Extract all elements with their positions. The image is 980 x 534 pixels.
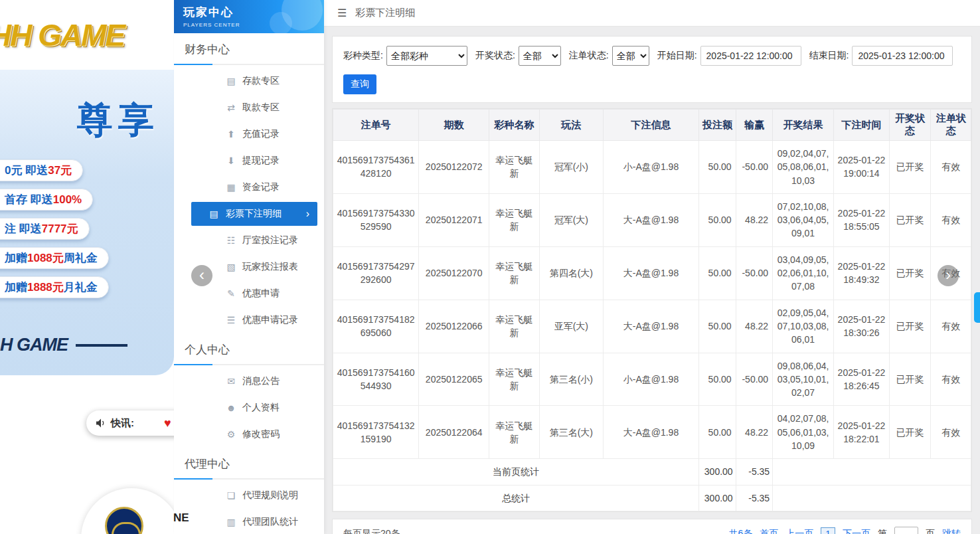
pill-prefix: 加赠 bbox=[5, 281, 27, 294]
sidebar-item-recharge-record[interactable]: ⬆充值记录 bbox=[174, 121, 324, 147]
cell-order-id: 401569173754361428120 bbox=[333, 141, 419, 194]
news-ticker[interactable]: 快讯: ♥ bbox=[86, 410, 174, 436]
carousel-next-button[interactable]: › bbox=[938, 265, 959, 286]
sidebar-item-label: 个人资料 bbox=[242, 402, 280, 414]
table-header: 注单号期数彩种名称玩法下注信息投注额输赢开奖结果下注时间开奖状态注单状态 bbox=[333, 110, 971, 141]
summary-filler bbox=[773, 485, 971, 511]
sidebar-item-label: 资金记录 bbox=[242, 181, 280, 193]
bet-details-icon: ▤ bbox=[207, 209, 220, 219]
start-date-label: 开始日期: bbox=[657, 50, 697, 62]
cell-order-status: 有效 bbox=[931, 141, 971, 194]
brand-line-dash bbox=[76, 344, 127, 347]
table-row: 40156917375413215919020250122064幸运飞艇新第三名… bbox=[333, 406, 971, 459]
table-row: 40156917375436142812020250122072幸运飞艇新冠军(… bbox=[333, 141, 971, 194]
draw-status-select[interactable]: 全部 bbox=[519, 46, 561, 66]
cell-draw-status: 已开奖 bbox=[889, 300, 931, 353]
team-card-label: NE bbox=[173, 511, 189, 525]
sidebar-item-promo-record[interactable]: ☰优惠申请记录 bbox=[174, 307, 324, 333]
cell-order-id: 401569173754330529590 bbox=[333, 193, 419, 246]
summary-label: 当前页统计 bbox=[333, 459, 699, 485]
promo-pills: 0元 即送37元首存 即送100%注 即送7777元加赠1088元周礼金加赠18… bbox=[0, 159, 174, 298]
start-date-input[interactable] bbox=[700, 46, 801, 66]
pill-highlight: 1888元 bbox=[27, 281, 64, 294]
summary-filler bbox=[773, 459, 971, 485]
sidebar-item-withdrawal-record[interactable]: ⬇提现记录 bbox=[174, 147, 324, 174]
lottery-type-select[interactable]: 全部彩种 bbox=[386, 46, 467, 66]
cell-order-id: 401569173754297292600 bbox=[333, 246, 419, 300]
carousel-prev-button[interactable]: ‹ bbox=[191, 265, 212, 286]
sidebar-item-label: 消息公告 bbox=[242, 375, 280, 387]
end-date-input[interactable] bbox=[852, 46, 953, 66]
cell-bet-amount: 50.00 bbox=[699, 300, 736, 353]
table-row: 40156917375429729260020250122070幸运飞艇新第四名… bbox=[333, 246, 971, 300]
jump-suffix-text: 页 bbox=[926, 528, 935, 534]
summary-label: 总统计 bbox=[333, 485, 699, 511]
brand-line-text: H GAME bbox=[0, 335, 68, 355]
cell-order-status: 有效 bbox=[931, 353, 971, 406]
cell-bet-info: 小-A盘@1.98 bbox=[603, 141, 698, 194]
sidebar-item-withdraw[interactable]: ⇄取款专区 bbox=[174, 94, 324, 121]
search-button[interactable]: 查询 bbox=[343, 74, 376, 94]
cell-draw-status: 已开奖 bbox=[889, 246, 931, 300]
cell-win-loss: 48.22 bbox=[736, 406, 773, 459]
sidebar-item-hall-bet-record[interactable]: ☷厅室投注记录 bbox=[174, 227, 324, 254]
cell-lottery-name: 幸运飞艇新 bbox=[489, 353, 540, 406]
order-status-select[interactable]: 全部 bbox=[612, 46, 649, 66]
cell-draw-result: 04,02,07,08,05,06,01,03,10,09 bbox=[773, 406, 834, 459]
cell-lottery-name: 幸运飞艇新 bbox=[489, 193, 540, 246]
team-logo-icon bbox=[105, 507, 143, 534]
deposit-icon: ▤ bbox=[224, 76, 238, 86]
jump-page-input[interactable] bbox=[894, 527, 918, 534]
pill-highlight: 1088元 bbox=[27, 252, 64, 264]
cell-bet-info: 大-A盘@1.98 bbox=[603, 246, 698, 300]
column-header: 输赢 bbox=[736, 110, 773, 141]
sidebar-section-title: 财务中心 bbox=[174, 33, 324, 65]
cell-order-status: 有效 bbox=[931, 300, 971, 353]
side-widget-tab[interactable] bbox=[974, 292, 980, 323]
next-page-link[interactable]: 下一页 bbox=[843, 528, 870, 534]
cell-win-loss: -50.00 bbox=[736, 141, 773, 194]
summary-amount: 300.00 bbox=[699, 485, 736, 511]
sidebar-item-bet-details[interactable]: ▤彩票下注明细› bbox=[191, 202, 317, 226]
cell-draw-status: 已开奖 bbox=[889, 193, 931, 246]
cell-draw-status: 已开奖 bbox=[889, 141, 931, 194]
sidebar-item-password-gear[interactable]: ⚙修改密码 bbox=[174, 421, 324, 448]
sidebar-item-label: 玩家投注报表 bbox=[242, 261, 298, 273]
current-page-button[interactable]: 1 bbox=[821, 527, 835, 534]
prev-page-link[interactable]: 上一页 bbox=[785, 528, 813, 534]
sidebar-item-agent-team[interactable]: ▥代理团队统计 bbox=[174, 509, 324, 534]
cell-bet-amount: 50.00 bbox=[699, 193, 736, 246]
sidebar-item-label: 取款专区 bbox=[242, 102, 280, 114]
cell-lottery-name: 幸运飞艇新 bbox=[489, 246, 540, 300]
cell-bet-amount: 50.00 bbox=[699, 246, 736, 300]
cell-period: 20250122072 bbox=[419, 141, 489, 194]
sidebar-item-label: 优惠申请记录 bbox=[242, 314, 298, 326]
sidebar-item-agent-rules[interactable]: ❏代理规则说明 bbox=[174, 482, 324, 509]
first-page-link[interactable]: 首页 bbox=[760, 528, 778, 534]
sidebar-item-label: 优惠申请 bbox=[242, 288, 280, 300]
summary-winloss: -5.35 bbox=[736, 485, 773, 511]
cell-period: 20250122071 bbox=[419, 193, 489, 246]
column-header: 投注额 bbox=[699, 110, 736, 141]
cell-draw-result: 09,08,06,04,03,05,10,01,02,07 bbox=[773, 353, 834, 406]
sidebar-item-label: 提现记录 bbox=[242, 155, 280, 167]
cell-play-type: 第四名(大) bbox=[539, 246, 603, 300]
menu-icon[interactable]: ☰ bbox=[337, 7, 347, 19]
jump-button[interactable]: 跳转 bbox=[942, 528, 961, 534]
cell-bet-info: 大-A盘@1.98 bbox=[603, 406, 698, 459]
promo-pill: 0元 即送37元 bbox=[0, 159, 83, 181]
sidebar-item-deposit[interactable]: ▤存款专区 bbox=[174, 68, 324, 94]
pill-prefix: 注 即送 bbox=[5, 222, 42, 235]
promo-record-icon: ☰ bbox=[224, 315, 238, 325]
sidebar-item-announcement[interactable]: ✉消息公告 bbox=[174, 368, 324, 395]
cell-lottery-name: 幸运飞艇新 bbox=[489, 300, 540, 353]
sidebar-item-funds-record[interactable]: ▦资金记录 bbox=[174, 174, 324, 201]
column-header: 期数 bbox=[419, 110, 489, 141]
jump-prefix-text: 第 bbox=[878, 528, 887, 534]
pill-prefix: 0元 即送 bbox=[5, 164, 48, 177]
sidebar-item-profile[interactable]: ☻个人资料 bbox=[174, 395, 324, 421]
summary-winloss: -5.35 bbox=[736, 459, 773, 485]
pill-prefix: 加赠 bbox=[5, 252, 27, 264]
cell-draw-result: 07,02,10,08,03,06,04,05,09,01 bbox=[773, 193, 834, 246]
cell-play-type: 第三名(大) bbox=[539, 406, 603, 459]
